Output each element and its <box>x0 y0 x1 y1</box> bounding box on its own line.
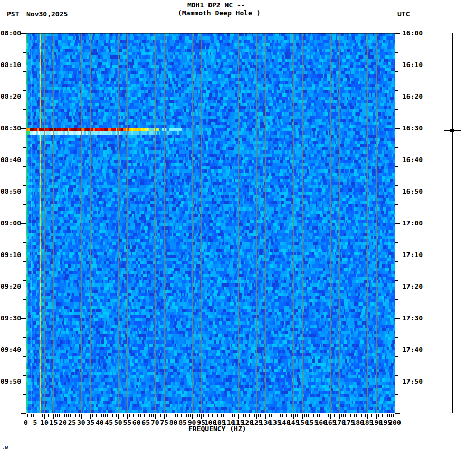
axis-tick <box>364 414 364 417</box>
axis-tick <box>23 185 26 186</box>
axis-tick <box>23 84 26 84</box>
freq-tick-label: 5 <box>33 419 37 426</box>
axis-tick <box>269 414 270 417</box>
axis-tick <box>68 414 69 417</box>
axis-tick <box>395 166 398 167</box>
axis-tick <box>260 414 261 417</box>
axis-tick <box>207 414 207 417</box>
axis-tick <box>395 122 398 122</box>
axis-tick <box>225 414 225 417</box>
axis-tick <box>249 414 250 417</box>
axis-tick <box>395 97 400 97</box>
axis-tick <box>395 33 400 34</box>
axis-tick <box>23 154 26 154</box>
axis-tick <box>23 211 26 211</box>
axis-tick <box>59 414 60 417</box>
axis-tick <box>140 414 141 417</box>
axis-tick <box>23 122 26 122</box>
right-time-label: 16:40 <box>402 156 423 164</box>
axis-tick <box>129 414 130 417</box>
axis-tick <box>87 414 87 417</box>
right-timezone-label: UTC <box>397 11 410 18</box>
page-subtitle: (Mammoth Deep Hole ) <box>178 10 261 17</box>
axis-tick <box>280 414 281 417</box>
axis-tick <box>75 414 76 417</box>
axis-tick <box>232 414 233 417</box>
axis-tick <box>23 280 26 281</box>
axis-tick <box>279 414 279 417</box>
axis-tick <box>395 173 398 173</box>
axis-tick <box>116 414 117 417</box>
axis-tick <box>101 414 102 417</box>
axis-tick <box>135 414 135 417</box>
axis-tick <box>395 128 400 129</box>
axis-tick <box>85 414 85 417</box>
axis-tick <box>395 46 398 46</box>
freq-tick-label: 40 <box>96 419 104 426</box>
axis-tick <box>21 255 26 255</box>
axis-tick <box>310 414 310 417</box>
axis-tick <box>194 414 194 417</box>
axis-tick <box>360 414 360 417</box>
freq-tick-label: 200 <box>388 419 401 426</box>
axis-tick <box>21 192 26 192</box>
axis-tick <box>153 414 154 417</box>
axis-tick <box>395 344 398 344</box>
axis-tick <box>23 236 26 236</box>
axis-tick <box>23 103 26 103</box>
axis-tick <box>157 414 157 417</box>
axis-tick <box>282 414 283 417</box>
axis-tick <box>240 414 240 417</box>
axis-tick <box>343 414 344 417</box>
axis-tick <box>334 414 335 417</box>
freq-tick-label: 55 <box>123 419 131 426</box>
axis-tick <box>395 84 398 84</box>
axis-tick <box>387 414 388 417</box>
axis-tick <box>37 414 37 417</box>
axis-tick <box>373 414 373 417</box>
axis-tick <box>23 274 26 274</box>
axis-tick <box>395 312 398 312</box>
freq-tick-label: 85 <box>178 419 187 426</box>
axis-tick <box>23 52 26 53</box>
axis-tick <box>395 287 400 287</box>
axis-tick <box>23 204 26 205</box>
axis-tick <box>271 414 272 417</box>
axis-tick <box>89 414 89 417</box>
axis-tick <box>395 249 398 249</box>
axis-tick <box>23 90 26 91</box>
axis-tick <box>217 414 218 417</box>
right-time-label: 17:20 <box>402 283 423 290</box>
axis-tick <box>384 414 384 417</box>
axis-tick <box>323 414 323 417</box>
right-time-label: 17:40 <box>402 346 423 354</box>
axis-tick <box>133 414 134 417</box>
axis-tick <box>179 414 179 417</box>
axis-tick <box>196 414 196 417</box>
axis-tick <box>371 414 372 417</box>
axis-tick <box>395 337 398 338</box>
left-time-label: 08:00 <box>0 30 21 37</box>
axis-tick <box>395 154 398 154</box>
freq-tick-label: 15 <box>50 419 58 426</box>
axis-tick <box>78 414 78 417</box>
axis-tick <box>21 287 26 287</box>
axis-tick <box>295 414 296 417</box>
axis-tick <box>21 97 26 97</box>
axis-tick <box>23 299 26 300</box>
axis-tick <box>23 306 26 306</box>
axis-tick <box>395 71 398 72</box>
right-time-label: 17:30 <box>402 315 423 322</box>
right-time-label: 16:00 <box>402 30 423 37</box>
axis-tick <box>273 414 273 417</box>
axis-tick <box>170 414 170 417</box>
axis-tick <box>395 369 398 369</box>
axis-tick <box>395 318 400 319</box>
axis-tick <box>317 414 318 417</box>
axis-tick <box>21 33 26 34</box>
axis-tick <box>23 369 26 369</box>
axis-tick <box>23 337 26 338</box>
axis-tick <box>380 414 380 417</box>
axis-tick <box>347 414 347 417</box>
axis-tick <box>395 363 398 363</box>
